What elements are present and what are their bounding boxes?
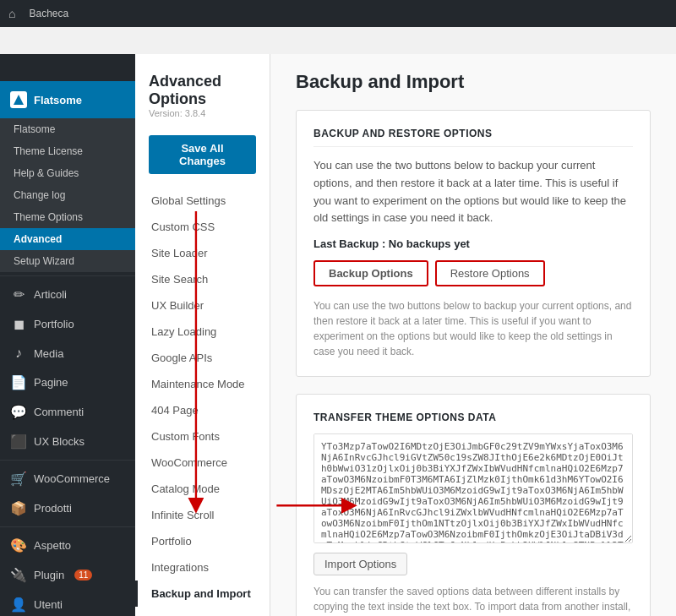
sidebar-item-pagine[interactable]: 📄 Pagine: [0, 368, 135, 397]
flatsome-label: Flatsome: [14, 123, 55, 135]
nav-item-portfolio[interactable]: Portfolio: [135, 528, 270, 554]
nav-item-woocommerce[interactable]: WooCommerce: [135, 450, 270, 476]
save-all-changes-button-nav[interactable]: Save All Changes: [149, 135, 256, 174]
transfer-section: TRANSFER THEME OPTIONS DATA YTo3Mzp7aTow…: [296, 394, 651, 616]
sidebar-item-media[interactable]: ♪ Media: [0, 339, 135, 368]
plugin-badge: 11: [74, 570, 92, 581]
theme-license-label: Theme License: [14, 145, 83, 157]
sidebar-item-plugin[interactable]: 🔌 Plugin 11: [0, 560, 135, 590]
sidebar: Flatsome Flatsome Theme License Help & G…: [0, 54, 135, 616]
options-title: Advanced Options: [149, 73, 256, 108]
transfer-textarea[interactable]: YTo3Mzp7aTowO2I6MDtzOjE3OiJmbGF0c29tZV9m…: [313, 433, 633, 543]
plugin-icon: 🔌: [10, 567, 27, 583]
nav-item-custom-fonts[interactable]: Custom Fonts: [135, 423, 270, 450]
admin-bar: ⌂ Bacheca: [0, 0, 676, 27]
utenti-label: Utenti: [34, 598, 63, 611]
nav-item-lazy-loading[interactable]: Lazy Loading: [135, 319, 270, 345]
sidebar-item-flatsome[interactable]: Flatsome: [0, 118, 135, 140]
admin-bar-bacheca[interactable]: Bacheca: [29, 8, 68, 19]
portfolio-icon: ◼: [10, 316, 27, 332]
articoli-label: Articoli: [34, 288, 67, 301]
options-nav: Advanced Options Version: 3.8.4 Save All…: [135, 54, 270, 616]
sidebar-item-woocommerce[interactable]: 🛒 WooCommerce: [0, 464, 135, 493]
sidebar-item-aspetto[interactable]: 🎨 Aspetto: [0, 531, 135, 560]
import-options-button[interactable]: Import Options: [313, 553, 407, 575]
advanced-label: Advanced: [14, 233, 62, 245]
products-icon: 📦: [10, 500, 27, 516]
sidebar-item-prodotti[interactable]: 📦 Prodotti: [0, 493, 135, 523]
theme-options-label: Theme Options: [14, 211, 83, 223]
panel-title: Backup and Import: [296, 71, 651, 93]
sidebar-item-ux-blocks[interactable]: ⬛ UX Blocks: [0, 427, 135, 456]
woocommerce-label: WooCommerce: [34, 472, 110, 485]
backup-section-title: BACKUP AND RESTORE OPTIONS: [313, 128, 633, 147]
nav-item-global-settings[interactable]: Global Settings: [135, 188, 270, 214]
nav-item-ux-builder[interactable]: UX Builder: [135, 292, 270, 319]
nav-item-site-search[interactable]: Site Search: [135, 266, 270, 292]
sidebar-item-portfolio[interactable]: ◼ Portfolio: [0, 309, 135, 339]
pages-icon: 📄: [10, 374, 27, 390]
comments-icon: 💬: [10, 404, 27, 420]
portfolio-label: Portfolio: [34, 318, 74, 330]
last-backup-info: Last Backup : No backups yet: [313, 237, 633, 250]
sidebar-item-help-guides[interactable]: Help & Guides: [0, 162, 135, 184]
nav-item-site-loader[interactable]: Site Loader: [135, 240, 270, 266]
sidebar-divider-3: [0, 526, 135, 527]
media-icon: ♪: [10, 346, 27, 361]
ux-blocks-icon: ⬛: [10, 433, 27, 450]
sidebar-item-advanced[interactable]: Advanced: [0, 228, 135, 250]
panel-content: Backup and Import BACKUP AND RESTORE OPT…: [270, 54, 676, 616]
backup-description: You can use the two buttons below to bac…: [313, 157, 633, 227]
brand-icon: [10, 91, 27, 108]
admin-bar-logo: ⌂: [8, 7, 15, 20]
backup-subdescription: You can use the two buttons below to bac…: [313, 298, 633, 359]
ux-blocks-label: UX Blocks: [34, 435, 84, 448]
backup-section: BACKUP AND RESTORE OPTIONS You can use t…: [296, 110, 651, 377]
setup-wizard-label: Setup Wizard: [14, 255, 74, 267]
edit-icon: ✏: [10, 286, 27, 303]
options-version: Version: 3.8.4: [149, 108, 256, 118]
sidebar-brand[interactable]: Flatsome: [0, 81, 135, 118]
media-label: Media: [34, 347, 63, 360]
sidebar-item-articoli[interactable]: ✏ Articoli: [0, 280, 135, 309]
nav-item-infinite-scroll[interactable]: Infinite Scroll: [135, 502, 270, 528]
sidebar-item-utenti[interactable]: 👤 Utenti: [0, 590, 135, 616]
nav-item-backup-import[interactable]: Backup and Import: [135, 581, 270, 607]
commenti-label: Commenti: [34, 406, 84, 418]
sidebar-divider-1: [0, 275, 135, 276]
help-guides-label: Help & Guides: [14, 167, 79, 179]
sidebar-item-change-log[interactable]: Change log: [0, 184, 135, 206]
sidebar-item-theme-options[interactable]: Theme Options: [0, 206, 135, 228]
sidebar-item-setup-wizard[interactable]: Setup Wizard: [0, 250, 135, 272]
restore-options-button[interactable]: Restore Options: [435, 260, 545, 286]
users-icon: 👤: [10, 597, 27, 613]
sidebar-item-commenti[interactable]: 💬 Commenti: [0, 397, 135, 427]
appearance-icon: 🎨: [10, 537, 27, 553]
plugin-label: Plugin: [34, 569, 64, 581]
nav-item-integrations[interactable]: Integrations: [135, 554, 270, 581]
backup-button-row: Backup Options Restore Options: [313, 260, 633, 286]
sidebar-divider-2: [0, 460, 135, 461]
nav-item-404-page[interactable]: 404 Page: [135, 397, 270, 423]
sidebar-item-theme-license[interactable]: Theme License: [0, 140, 135, 162]
nav-item-google-apis[interactable]: Google APIs: [135, 345, 270, 371]
transfer-description: You can transfer the saved options data …: [313, 584, 633, 616]
woo-icon: 🛒: [10, 471, 27, 487]
change-log-label: Change log: [14, 189, 65, 201]
backup-options-button[interactable]: Backup Options: [313, 260, 428, 286]
nav-item-custom-css[interactable]: Custom CSS: [135, 214, 270, 240]
nav-item-maintenance-mode[interactable]: Maintenance Mode: [135, 371, 270, 397]
aspetto-label: Aspetto: [34, 539, 71, 552]
svg-marker-0: [14, 95, 24, 105]
pagine-label: Pagine: [34, 376, 68, 389]
options-nav-header: Advanced Options Version: 3.8.4: [135, 63, 270, 128]
flatsome-submenu: Flatsome Theme License Help & Guides Cha…: [0, 118, 135, 272]
brand-label: Flatsome: [34, 94, 82, 106]
nav-item-catalog-mode[interactable]: Catalog Mode: [135, 476, 270, 502]
prodotti-label: Prodotti: [34, 502, 72, 515]
transfer-section-title: TRANSFER THEME OPTIONS DATA: [313, 412, 633, 423]
